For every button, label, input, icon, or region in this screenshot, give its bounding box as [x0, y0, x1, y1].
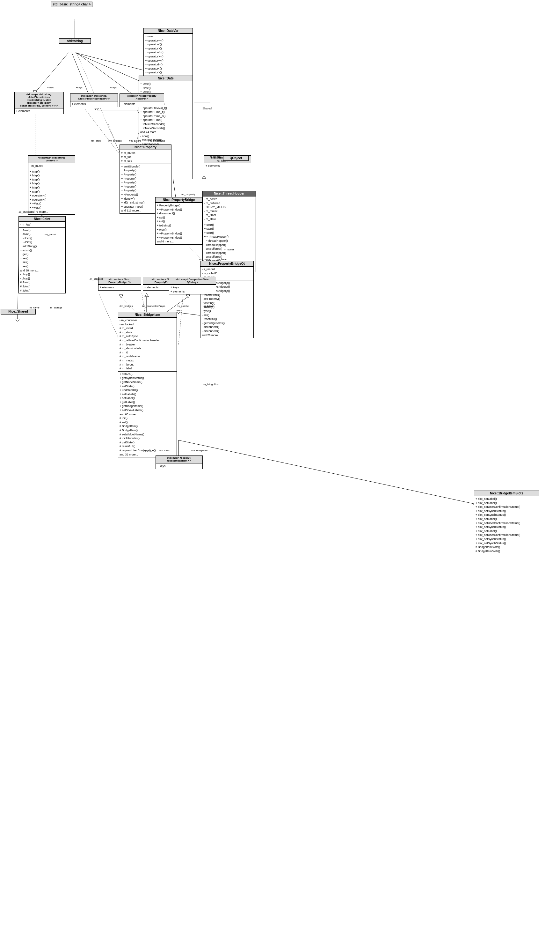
m-identity-label: -m_identity	[209, 155, 221, 158]
svg-marker-28	[15, 319, 20, 322]
box-nice-datevar: Nice::DateVar + nsec + operator==() + op…	[143, 28, 193, 83]
m-slots-label: +m_slots	[159, 449, 169, 452]
svg-marker-42	[119, 295, 123, 298]
svg-marker-31	[95, 108, 98, 111]
box-header: std::map< CompletionState,QString >	[169, 277, 216, 284]
box-header: Nice::PropertyBridge	[155, 198, 202, 202]
box-std-map-propbridge: std::map< std::string,Nice::PropertyBrid…	[70, 93, 118, 107]
m-connectedprops-label: #m_connectedProps	[142, 305, 165, 307]
m-bridgeitem2-label: +m_bridgeitem	[191, 449, 208, 452]
svg-marker-44	[145, 293, 149, 296]
uml-diagram: std::basic_string< char > std::string Ni…	[0, 0, 560, 940]
m-bridgeitem-label: -m_bridgeItem	[203, 383, 219, 386]
svg-line-5	[85, 108, 121, 156]
keys-label-3: +keys	[110, 86, 117, 89]
box-header: std::map< Nice::I64,Nice::BridgeItem * >	[156, 456, 202, 463]
box-header: Nice::Property	[120, 145, 171, 150]
box-nice-joint: Nice::Joint - m_leaf + Joint() + Joint()…	[18, 216, 66, 293]
m-base-label: -m_base	[217, 258, 227, 261]
connections-layer	[0, 0, 560, 940]
box-qobject: QObject	[223, 155, 249, 161]
svg-marker-39	[202, 176, 206, 179]
box-header: Nice::Date	[139, 76, 192, 81]
box-header: std::vector< Nice::PropertyBridge * >	[98, 277, 141, 284]
m-attrs-label: #m_attrs	[91, 139, 101, 142]
box-std-map-bridgeitem: std::map< Nice::I64,Nice::BridgeItem * >…	[155, 455, 203, 469]
s-palette-label: +s_palette	[177, 305, 189, 307]
box-section: + elements	[120, 101, 164, 107]
s-type-label: +s_type	[217, 159, 226, 162]
svg-line-1	[75, 52, 140, 81]
box-section: - m_container - m_locked # m_inited # m_…	[118, 317, 177, 371]
m-timestamp-label: #m_timestamp	[148, 139, 165, 142]
box-nice-bridgeitemslots: Nice::BridgeItemSlots + slot_setLabel() …	[474, 491, 539, 554]
m-bridges-label: #m_bridges	[108, 139, 122, 142]
box-header: QObject	[223, 156, 248, 161]
svg-line-12	[178, 293, 183, 344]
m-actors-label: #m_actors	[129, 139, 141, 142]
box-header: std::map< std::string,Nice::PropertyBrid…	[71, 94, 118, 101]
box-std-map-joint: std::map< std::string,JointPtr, std::les…	[14, 92, 64, 114]
m-storage-label: -m_storage	[49, 306, 62, 309]
box-nice-propertybridgeqt: Nice::PropertyBridgeQt - s_record - m_ca…	[200, 261, 254, 338]
box-section: - m_leaf	[19, 222, 65, 227]
box-header: std::string	[59, 39, 91, 44]
box-header: std::list< Nice::PropertyActorPtr >	[120, 94, 164, 101]
box-section: + Map() + Map() + Map() + Map() + Map() …	[28, 169, 75, 215]
m-bridges2-label: #m_bridges	[120, 305, 133, 307]
box-std-string: std::string	[59, 38, 91, 44]
box-header: std::map< std::string,JointPtr, std::les…	[15, 92, 63, 108]
box-section: + elements	[98, 284, 141, 290]
box-header: Nice::Map< std::string,JointPtr >	[28, 156, 75, 163]
box-section: # m_mutex # m_foo # m_seq	[120, 150, 171, 164]
svg-marker-46	[186, 295, 190, 298]
box-header: Nice::ThreadHopper	[203, 191, 255, 196]
box-header: Nice::BridgeItem	[118, 312, 177, 317]
box-section: + PropertyBridge() + ~PropertyBridge() +…	[155, 202, 202, 244]
m-bridge-label: -m_bridge	[203, 305, 214, 307]
box-std-map-completion: std::map< CompletionState,QString > + ke…	[169, 277, 216, 295]
box-section: + keys	[156, 463, 202, 469]
box-nice-bridgeitem: Nice::BridgeItem - m_container - m_locke…	[118, 312, 177, 457]
box-section: + slot_setLabel() + slot_setLabel() + sl…	[474, 496, 539, 554]
box-header: Nice::Shared	[1, 309, 35, 314]
m-hopper-label: -m_hopper	[199, 258, 212, 261]
elements-label: +elements	[140, 450, 152, 452]
keys-label-1: +keys	[47, 86, 54, 89]
box-section: - m_mutex	[28, 163, 75, 169]
box-section: + keys + elements	[169, 284, 216, 294]
svg-line-49	[178, 440, 475, 504]
m-root-label: -m_root	[94, 278, 103, 280]
box-section: + elements	[204, 163, 251, 169]
m-parent-label: -m_parent	[45, 233, 56, 236]
m-children-label: -m_children	[18, 210, 32, 213]
box-section: + elements	[15, 108, 63, 114]
svg-line-22	[77, 52, 132, 94]
box-header: Nice::PropertyBridgeQt	[200, 261, 253, 266]
box-std-basic-string: std::basic_string< char >	[51, 2, 92, 7]
box-nice-map: Nice::Map< std::string,JointPtr > - m_mu…	[28, 155, 75, 215]
box-header: std::basic_string< char >	[51, 2, 92, 7]
box-header: Nice::DateVar	[144, 28, 192, 34]
box-header: Nice::BridgeItemSlots	[474, 491, 539, 496]
shared-label: Shared	[202, 107, 212, 110]
svg-marker-52	[177, 311, 180, 314]
m-buffer-label: -m_buffer	[223, 248, 234, 251]
m-name-label: -m_name	[29, 306, 40, 309]
box-nice-shared: Nice::Shared	[1, 309, 36, 315]
box-section: + Joint() + Joint() + ~Joint() + ~Joint(…	[19, 227, 65, 293]
box-section: + detach() + getSynchStatus() + getNodeN…	[118, 371, 177, 457]
box-nice-propertybridge: Nice::PropertyBridge + PropertyBridge() …	[155, 197, 202, 245]
box-std-vector-bridge: std::vector< Nice::PropertyBridge * > + …	[98, 277, 141, 290]
box-section: - m_active - m_buffered - DELAY_MILLIS -…	[203, 196, 255, 222]
box-section: + elements	[71, 101, 118, 107]
box-std-list: std::list< Nice::PropertyActorPtr > + el…	[120, 93, 164, 107]
keys-label-2: +keys	[76, 86, 83, 89]
m-property-label: #m_property	[181, 193, 195, 196]
box-header: Nice::Joint	[19, 216, 65, 222]
